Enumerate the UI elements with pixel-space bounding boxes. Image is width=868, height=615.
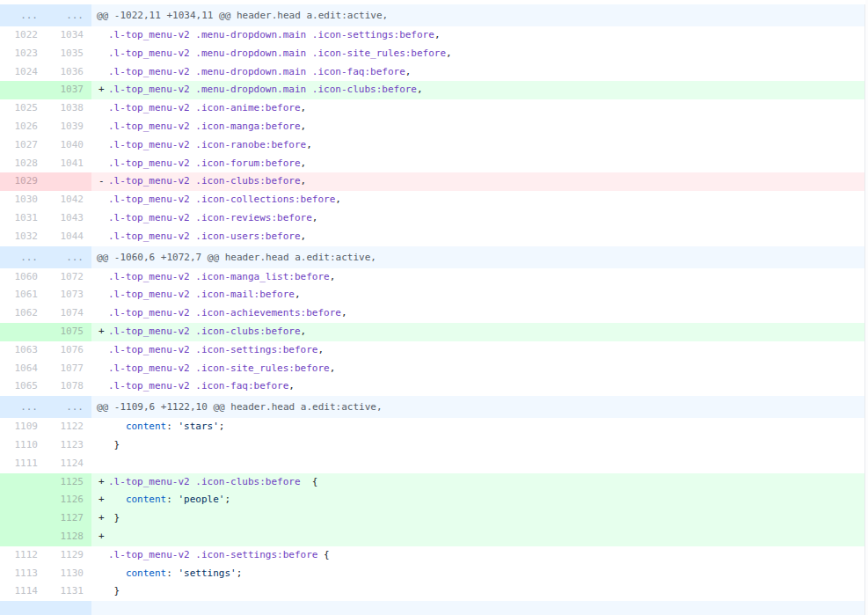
line-number-old[interactable]: 1109 — [0, 418, 46, 436]
line-number-new[interactable]: 1074 — [46, 304, 91, 323]
code-segment-pun: , — [417, 84, 423, 95]
line-number-old[interactable]: 1023 — [0, 45, 46, 63]
code-segment-sel: .l-top_menu-v2 .menu-dropdown.main .icon… — [108, 66, 405, 77]
line-number-old[interactable] — [0, 509, 46, 528]
code-line: .l-top_menu-v2 .icon-users:before, — [91, 228, 864, 246]
code-segment-pun: , — [301, 175, 307, 187]
diff-row: 1037+.l-top_menu-v2 .menu-dropdown.main … — [0, 81, 864, 99]
line-number-new[interactable]: 1127 — [46, 509, 91, 528]
hunk-header-row: ......@@ -1022,11 +1034,11 @@ header.hea… — [0, 4, 864, 26]
diff-row: 10641077.l-top_menu-v2 .icon-site_rules:… — [0, 360, 864, 378]
line-number-old[interactable]: 1112 — [0, 546, 46, 565]
code-segment-sel: .l-top_menu-v2 .menu-dropdown.main .icon… — [108, 84, 417, 95]
line-number-old[interactable]: 1062 — [0, 304, 46, 323]
line-number-old[interactable] — [0, 491, 46, 509]
line-number-new[interactable] — [46, 601, 91, 615]
line-number-old[interactable]: 1110 — [0, 436, 46, 455]
code-segment-pun — [108, 421, 126, 432]
line-number-old[interactable]: 1060 — [0, 268, 46, 287]
diff-row: 10611073.l-top_menu-v2 .icon-mail:before… — [0, 286, 864, 304]
line-number-new[interactable]: 1130 — [46, 565, 91, 583]
line-number-new[interactable]: 1041 — [46, 155, 91, 173]
code-line: .l-top_menu-v2 .icon-manga_list:before, — [91, 268, 864, 287]
line-number-old[interactable]: 1029 — [0, 172, 46, 191]
line-number-new[interactable]: ... — [46, 396, 91, 418]
line-number-old[interactable]: 1025 — [0, 99, 46, 118]
hunk-header-text — [91, 601, 864, 615]
line-number-new[interactable]: 1034 — [46, 26, 91, 45]
line-number-old[interactable]: 1111 — [0, 455, 46, 473]
line-number-new[interactable]: 1035 — [46, 45, 91, 63]
line-number-old[interactable]: ... — [0, 4, 46, 26]
line-number-new[interactable]: 1038 — [46, 99, 91, 118]
line-number-new[interactable]: 1043 — [46, 209, 91, 228]
line-number-new[interactable] — [46, 172, 91, 191]
line-number-old[interactable]: 1026 — [0, 118, 46, 136]
line-number-new[interactable]: 1039 — [46, 118, 91, 136]
line-number-new[interactable]: 1078 — [46, 377, 91, 396]
line-number-new[interactable]: 1126 — [46, 491, 91, 509]
diff-row: 1075+.l-top_menu-v2 .icon-clubs:before, — [0, 323, 864, 341]
line-number-new[interactable]: 1036 — [46, 63, 91, 82]
line-number-new[interactable]: 1044 — [46, 228, 91, 246]
diff-row: 10281041.l-top_menu-v2 .icon-forum:befor… — [0, 155, 864, 173]
line-number-old[interactable]: 1022 — [0, 26, 46, 45]
line-number-old[interactable]: 1028 — [0, 155, 46, 173]
line-number-old[interactable]: 1024 — [0, 63, 46, 82]
line-number-old[interactable]: 1030 — [0, 191, 46, 209]
code-segment-pun: , — [335, 194, 341, 205]
diff-row: 10231035.l-top_menu-v2 .menu-dropdown.ma… — [0, 45, 864, 63]
code-segment-pun: , — [301, 326, 307, 337]
code-line: .l-top_menu-v2 .icon-faq:before, — [91, 377, 864, 396]
line-number-old[interactable]: 1027 — [0, 136, 46, 155]
code-segment-pun: , — [330, 362, 336, 374]
line-number-old[interactable] — [0, 528, 46, 546]
line-number-new[interactable]: 1125 — [46, 473, 91, 492]
code-segment-pun: ; — [224, 494, 230, 505]
line-number-old[interactable]: 1113 — [0, 565, 46, 583]
code-segment-prop: content — [126, 567, 166, 579]
line-number-new[interactable]: 1128 — [46, 528, 91, 546]
line-number-new[interactable]: 1131 — [46, 582, 91, 601]
line-number-old[interactable] — [0, 323, 46, 341]
addition-marker: + — [98, 81, 108, 99]
line-number-old[interactable]: 1114 — [0, 582, 46, 601]
line-number-new[interactable]: 1122 — [46, 418, 91, 436]
diff-row: 10601072.l-top_menu-v2 .icon-manga_list:… — [0, 268, 864, 287]
line-number-old[interactable]: 1064 — [0, 360, 46, 378]
line-number-new[interactable]: 1042 — [46, 191, 91, 209]
line-number-new[interactable]: ... — [46, 4, 91, 26]
code-segment-sel: .l-top_menu-v2 .menu-dropdown.main .icon… — [108, 48, 446, 59]
line-number-new[interactable]: 1076 — [46, 341, 91, 360]
line-number-new[interactable]: ... — [46, 246, 91, 268]
line-number-new[interactable]: 1072 — [46, 268, 91, 287]
line-number-new[interactable]: 1123 — [46, 436, 91, 455]
addition-marker: + — [98, 528, 108, 546]
line-number-old[interactable]: ... — [0, 246, 46, 268]
line-number-new[interactable]: 1073 — [46, 286, 91, 304]
line-number-old[interactable] — [0, 81, 46, 99]
line-number-new[interactable]: 1037 — [46, 81, 91, 99]
diff-row: 10631076.l-top_menu-v2 .icon-settings:be… — [0, 341, 864, 360]
code-segment-pun: , — [288, 380, 295, 392]
code-line: .l-top_menu-v2 .icon-ranobe:before, — [91, 136, 864, 155]
line-number-old[interactable]: 1031 — [0, 209, 46, 228]
diff-row: 10251038.l-top_menu-v2 .icon-anime:befor… — [0, 99, 864, 118]
line-number-old[interactable]: 1065 — [0, 377, 46, 396]
line-number-new[interactable]: 1124 — [46, 455, 91, 473]
line-number-new[interactable]: 1077 — [46, 360, 91, 378]
line-number-old[interactable]: 1032 — [0, 228, 46, 246]
line-number-new[interactable]: 1075 — [46, 323, 91, 341]
code-segment-pun: { — [317, 549, 329, 560]
diff-row: 1127+ } — [0, 509, 864, 528]
line-number-old[interactable]: 1063 — [0, 341, 46, 360]
line-number-old[interactable] — [0, 473, 46, 492]
code-segment-pun: , — [405, 66, 412, 77]
line-number-new[interactable]: 1129 — [46, 546, 91, 565]
line-number-old[interactable]: 1061 — [0, 286, 46, 304]
hunk-header-text: @@ -1060,6 +1072,7 @@ header.head a.edit… — [91, 246, 864, 268]
line-number-old[interactable]: ... — [0, 396, 46, 418]
line-number-new[interactable]: 1040 — [46, 136, 91, 155]
diff-view: ......@@ -1022,11 +1034,11 @@ header.hea… — [0, 4, 865, 615]
line-number-old[interactable] — [0, 601, 46, 615]
